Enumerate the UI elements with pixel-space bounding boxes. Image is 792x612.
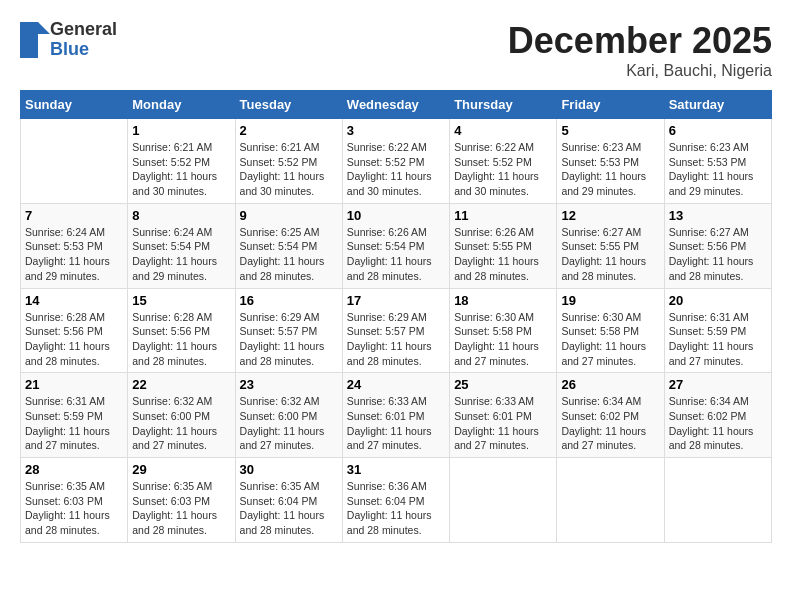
day-number: 20 xyxy=(669,293,767,308)
day-number: 27 xyxy=(669,377,767,392)
logo-icon xyxy=(20,22,50,58)
day-info: Sunrise: 6:34 AMSunset: 6:02 PMDaylight:… xyxy=(561,394,659,453)
header-cell-monday: Monday xyxy=(128,91,235,119)
calendar-cell: 22Sunrise: 6:32 AMSunset: 6:00 PMDayligh… xyxy=(128,373,235,458)
day-number: 8 xyxy=(132,208,230,223)
day-info: Sunrise: 6:28 AMSunset: 5:56 PMDaylight:… xyxy=(25,310,123,369)
day-info: Sunrise: 6:35 AMSunset: 6:04 PMDaylight:… xyxy=(240,479,338,538)
header-cell-wednesday: Wednesday xyxy=(342,91,449,119)
day-number: 25 xyxy=(454,377,552,392)
calendar-cell: 4Sunrise: 6:22 AMSunset: 5:52 PMDaylight… xyxy=(450,119,557,204)
day-info: Sunrise: 6:33 AMSunset: 6:01 PMDaylight:… xyxy=(347,394,445,453)
calendar-cell: 29Sunrise: 6:35 AMSunset: 6:03 PMDayligh… xyxy=(128,458,235,543)
calendar-cell: 28Sunrise: 6:35 AMSunset: 6:03 PMDayligh… xyxy=(21,458,128,543)
calendar-cell: 10Sunrise: 6:26 AMSunset: 5:54 PMDayligh… xyxy=(342,203,449,288)
day-info: Sunrise: 6:22 AMSunset: 5:52 PMDaylight:… xyxy=(454,140,552,199)
day-number: 26 xyxy=(561,377,659,392)
day-number: 2 xyxy=(240,123,338,138)
calendar-cell: 18Sunrise: 6:30 AMSunset: 5:58 PMDayligh… xyxy=(450,288,557,373)
calendar-cell: 5Sunrise: 6:23 AMSunset: 5:53 PMDaylight… xyxy=(557,119,664,204)
calendar-cell: 21Sunrise: 6:31 AMSunset: 5:59 PMDayligh… xyxy=(21,373,128,458)
calendar-cell: 11Sunrise: 6:26 AMSunset: 5:55 PMDayligh… xyxy=(450,203,557,288)
day-number: 3 xyxy=(347,123,445,138)
calendar-cell xyxy=(664,458,771,543)
day-info: Sunrise: 6:25 AMSunset: 5:54 PMDaylight:… xyxy=(240,225,338,284)
header-cell-thursday: Thursday xyxy=(450,91,557,119)
week-row-4: 21Sunrise: 6:31 AMSunset: 5:59 PMDayligh… xyxy=(21,373,772,458)
day-info: Sunrise: 6:29 AMSunset: 5:57 PMDaylight:… xyxy=(240,310,338,369)
day-info: Sunrise: 6:26 AMSunset: 5:54 PMDaylight:… xyxy=(347,225,445,284)
day-info: Sunrise: 6:32 AMSunset: 6:00 PMDaylight:… xyxy=(240,394,338,453)
calendar-cell: 3Sunrise: 6:22 AMSunset: 5:52 PMDaylight… xyxy=(342,119,449,204)
calendar-cell: 26Sunrise: 6:34 AMSunset: 6:02 PMDayligh… xyxy=(557,373,664,458)
calendar-cell: 12Sunrise: 6:27 AMSunset: 5:55 PMDayligh… xyxy=(557,203,664,288)
day-info: Sunrise: 6:21 AMSunset: 5:52 PMDaylight:… xyxy=(240,140,338,199)
day-info: Sunrise: 6:27 AMSunset: 5:55 PMDaylight:… xyxy=(561,225,659,284)
day-number: 12 xyxy=(561,208,659,223)
day-number: 23 xyxy=(240,377,338,392)
subtitle: Kari, Bauchi, Nigeria xyxy=(508,62,772,80)
day-number: 13 xyxy=(669,208,767,223)
calendar-cell: 16Sunrise: 6:29 AMSunset: 5:57 PMDayligh… xyxy=(235,288,342,373)
day-number: 15 xyxy=(132,293,230,308)
calendar-cell: 1Sunrise: 6:21 AMSunset: 5:52 PMDaylight… xyxy=(128,119,235,204)
day-info: Sunrise: 6:22 AMSunset: 5:52 PMDaylight:… xyxy=(347,140,445,199)
calendar-cell: 25Sunrise: 6:33 AMSunset: 6:01 PMDayligh… xyxy=(450,373,557,458)
logo-text: General Blue xyxy=(50,20,117,60)
day-number: 14 xyxy=(25,293,123,308)
day-number: 9 xyxy=(240,208,338,223)
day-number: 16 xyxy=(240,293,338,308)
calendar-cell: 6Sunrise: 6:23 AMSunset: 5:53 PMDaylight… xyxy=(664,119,771,204)
calendar-cell xyxy=(557,458,664,543)
day-info: Sunrise: 6:30 AMSunset: 5:58 PMDaylight:… xyxy=(454,310,552,369)
calendar-table: SundayMondayTuesdayWednesdayThursdayFrid… xyxy=(20,90,772,543)
day-info: Sunrise: 6:33 AMSunset: 6:01 PMDaylight:… xyxy=(454,394,552,453)
day-number: 17 xyxy=(347,293,445,308)
calendar-cell: 15Sunrise: 6:28 AMSunset: 5:56 PMDayligh… xyxy=(128,288,235,373)
day-info: Sunrise: 6:32 AMSunset: 6:00 PMDaylight:… xyxy=(132,394,230,453)
day-number: 4 xyxy=(454,123,552,138)
title-block: December 2025 Kari, Bauchi, Nigeria xyxy=(508,20,772,80)
day-info: Sunrise: 6:26 AMSunset: 5:55 PMDaylight:… xyxy=(454,225,552,284)
day-number: 1 xyxy=(132,123,230,138)
day-info: Sunrise: 6:24 AMSunset: 5:53 PMDaylight:… xyxy=(25,225,123,284)
day-number: 6 xyxy=(669,123,767,138)
logo-general: General xyxy=(50,20,117,40)
day-number: 24 xyxy=(347,377,445,392)
header-cell-tuesday: Tuesday xyxy=(235,91,342,119)
week-row-3: 14Sunrise: 6:28 AMSunset: 5:56 PMDayligh… xyxy=(21,288,772,373)
calendar-cell: 27Sunrise: 6:34 AMSunset: 6:02 PMDayligh… xyxy=(664,373,771,458)
calendar-cell: 17Sunrise: 6:29 AMSunset: 5:57 PMDayligh… xyxy=(342,288,449,373)
calendar-cell: 19Sunrise: 6:30 AMSunset: 5:58 PMDayligh… xyxy=(557,288,664,373)
day-number: 7 xyxy=(25,208,123,223)
week-row-2: 7Sunrise: 6:24 AMSunset: 5:53 PMDaylight… xyxy=(21,203,772,288)
svg-marker-0 xyxy=(20,22,50,58)
day-info: Sunrise: 6:31 AMSunset: 5:59 PMDaylight:… xyxy=(25,394,123,453)
header-cell-friday: Friday xyxy=(557,91,664,119)
day-info: Sunrise: 6:21 AMSunset: 5:52 PMDaylight:… xyxy=(132,140,230,199)
day-number: 30 xyxy=(240,462,338,477)
day-info: Sunrise: 6:27 AMSunset: 5:56 PMDaylight:… xyxy=(669,225,767,284)
day-info: Sunrise: 6:24 AMSunset: 5:54 PMDaylight:… xyxy=(132,225,230,284)
calendar-cell: 31Sunrise: 6:36 AMSunset: 6:04 PMDayligh… xyxy=(342,458,449,543)
calendar-cell: 20Sunrise: 6:31 AMSunset: 5:59 PMDayligh… xyxy=(664,288,771,373)
day-info: Sunrise: 6:29 AMSunset: 5:57 PMDaylight:… xyxy=(347,310,445,369)
day-number: 22 xyxy=(132,377,230,392)
calendar-cell: 23Sunrise: 6:32 AMSunset: 6:00 PMDayligh… xyxy=(235,373,342,458)
day-info: Sunrise: 6:34 AMSunset: 6:02 PMDaylight:… xyxy=(669,394,767,453)
page-header: General Blue December 2025 Kari, Bauchi,… xyxy=(20,20,772,80)
calendar-cell: 8Sunrise: 6:24 AMSunset: 5:54 PMDaylight… xyxy=(128,203,235,288)
week-row-1: 1Sunrise: 6:21 AMSunset: 5:52 PMDaylight… xyxy=(21,119,772,204)
main-title: December 2025 xyxy=(508,20,772,62)
day-number: 29 xyxy=(132,462,230,477)
day-number: 5 xyxy=(561,123,659,138)
day-info: Sunrise: 6:35 AMSunset: 6:03 PMDaylight:… xyxy=(132,479,230,538)
logo: General Blue xyxy=(20,20,117,60)
calendar-cell: 2Sunrise: 6:21 AMSunset: 5:52 PMDaylight… xyxy=(235,119,342,204)
calendar-cell xyxy=(450,458,557,543)
day-info: Sunrise: 6:36 AMSunset: 6:04 PMDaylight:… xyxy=(347,479,445,538)
day-info: Sunrise: 6:23 AMSunset: 5:53 PMDaylight:… xyxy=(561,140,659,199)
day-number: 31 xyxy=(347,462,445,477)
day-number: 19 xyxy=(561,293,659,308)
calendar-cell: 9Sunrise: 6:25 AMSunset: 5:54 PMDaylight… xyxy=(235,203,342,288)
